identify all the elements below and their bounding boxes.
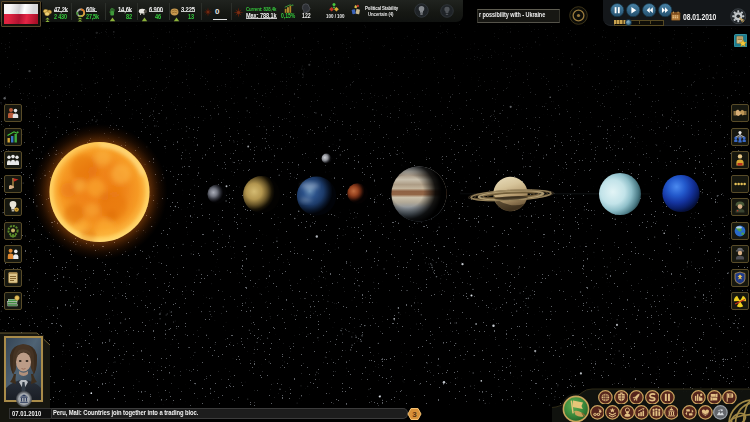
svg-text:3: 3 — [412, 409, 417, 418]
